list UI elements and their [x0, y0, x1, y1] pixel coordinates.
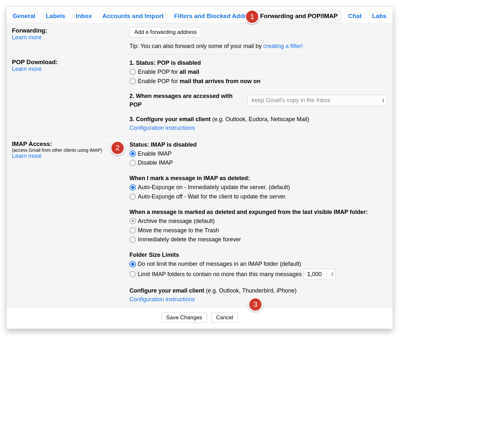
pop-status-label: 1. Status: [129, 60, 157, 66]
select-arrows-icon: ▲▼ [382, 98, 385, 103]
imap-disable-label: Disable IMAP [138, 158, 173, 168]
forwarding-tip-text: Tip: You can also forward only some of y… [129, 43, 263, 49]
folder-limits-heading: Folder Size Limits [129, 252, 179, 258]
expunged-archive-label: Archive the message (default) [138, 217, 215, 226]
expunged-archive-radio[interactable] [129, 218, 136, 224]
imap-status-label: Status: [129, 141, 151, 148]
cancel-button[interactable]: Cancel [211, 313, 238, 323]
tab-accounts[interactable]: Accounts and Import [98, 9, 168, 23]
pop-enable-all-bold: all mail [180, 69, 199, 75]
pop-enable-all-label: Enable POP for [138, 69, 180, 75]
imap-status-value: IMAP is disabled [151, 141, 197, 148]
pop-action-select-value: keep Gmail's copy in the Inbox [252, 96, 330, 105]
pop-action-select[interactable]: keep Gmail's copy in the Inbox ▲▼ [247, 95, 387, 106]
footer-actions: Save Changes Cancel [7, 308, 393, 329]
save-changes-button[interactable]: Save Changes [161, 313, 207, 323]
folder-no-limit-radio[interactable] [129, 261, 136, 267]
creating-a-filter-link[interactable]: creating a filter! [263, 43, 303, 49]
tab-chat[interactable]: Chat [344, 9, 366, 23]
imap-expunged-heading: When a message is marked as deleted and … [129, 209, 368, 215]
expunged-trash-label: Move the message to the Trash [138, 226, 219, 235]
annotation-badge-1: 1 [245, 10, 259, 24]
tab-forwarding-pop-imap[interactable]: Forwarding and POP/IMAP [256, 9, 342, 23]
folder-limit-value: 1,000 [307, 270, 322, 279]
expunged-delete-label: Immediately delete the message forever [138, 235, 241, 244]
pop-enable-now-bold: mail that arrives from now on [180, 78, 261, 84]
pop-status-value: POP is disabled [157, 60, 201, 66]
imap-disable-radio[interactable] [129, 160, 136, 166]
folder-limit-radio[interactable] [129, 271, 136, 277]
tab-labels[interactable]: Labels [41, 9, 70, 23]
folder-no-limit-label: Do not limit the number of messages in a… [138, 259, 301, 269]
expunge-off-label: Auto-Expunge off - Wait for the client t… [138, 192, 287, 201]
imap-configure-label: Configure your email client [129, 287, 206, 294]
expunged-delete-radio[interactable] [129, 236, 136, 243]
folder-limit-label: Limit IMAP folders to contain no more th… [138, 270, 302, 279]
imap-learn-more-link[interactable]: Learn more [12, 153, 129, 159]
imap-mark-deleted-heading: When I mark a message in IMAP as deleted… [129, 175, 250, 181]
annotation-badge-3: 3 [248, 297, 262, 312]
pop-enable-all-radio[interactable] [129, 69, 136, 75]
expunge-on-label: Auto-Expunge on - Immediately update the… [138, 183, 290, 192]
imap-enable-label: Enable IMAP [138, 149, 172, 159]
pop-config-instructions-link[interactable]: Configuration instructions [129, 124, 387, 132]
pop-enable-now-label: Enable POP for [138, 78, 180, 84]
pop-configure-label: 3. Configure your email client [129, 116, 212, 122]
expunge-off-radio[interactable] [129, 193, 136, 200]
select-arrows-icon: ▲▼ [331, 272, 334, 276]
pop-learn-more-link[interactable]: Learn more [12, 66, 129, 72]
forwarding-section: Forwarding: Learn more Add a forwarding … [7, 23, 393, 55]
tab-filters[interactable]: Filters and Blocked Addre [169, 9, 254, 23]
tab-inbox[interactable]: Inbox [71, 9, 97, 23]
imap-configure-example: (e.g. Outlook, Thunderbird, iPhone) [206, 287, 297, 294]
tab-general[interactable]: General [8, 9, 40, 23]
imap-section: IMAP Access: (access Gmail from other cl… [7, 137, 393, 308]
pop-configure-example: (e.g. Outlook, Eudora, Netscape Mail) [212, 116, 309, 122]
annotation-badge-2: 2 [110, 141, 125, 155]
add-forwarding-address-button[interactable]: Add a forwarding address [129, 27, 202, 37]
expunge-on-radio[interactable] [129, 184, 136, 191]
imap-enable-radio[interactable] [129, 150, 136, 157]
settings-tabs: General Labels Inbox Accounts and Import… [7, 7, 393, 23]
forwarding-heading: Forwarding: [12, 27, 129, 34]
folder-limit-select[interactable]: 1,000 ▲▼ [304, 269, 336, 280]
tab-labs[interactable]: Labs [368, 9, 391, 23]
pop-enable-now-radio[interactable] [129, 78, 136, 84]
pop-section: POP Download: Learn more 1. Status: POP … [7, 55, 393, 137]
pop-heading: POP Download: [12, 59, 129, 66]
expunged-trash-radio[interactable] [129, 227, 136, 234]
pop-when-accessed-label: 2. When messages are accessed with POP [129, 92, 245, 109]
forwarding-learn-more-link[interactable]: Learn more [12, 34, 129, 41]
